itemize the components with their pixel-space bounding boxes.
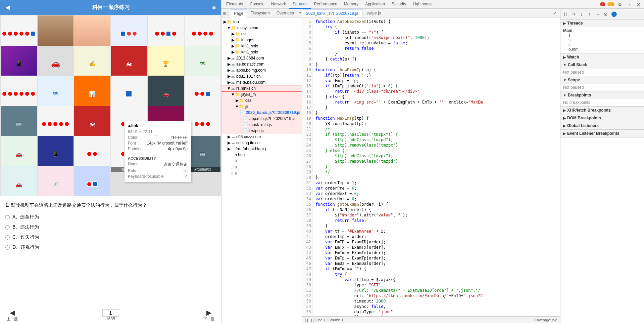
tab-sources[interactable]: Sources xyxy=(289,0,311,9)
tree-toggle[interactable]: ▶ xyxy=(227,80,231,85)
breakpoints-header[interactable]: ▼ Breakpoints xyxy=(560,91,644,99)
step-button[interactable]: → xyxy=(594,10,601,18)
tree-toggle[interactable]: ▶ xyxy=(223,19,227,24)
tree-item-swipejs[interactable]: 📄 swipe.js xyxy=(221,128,302,134)
tree-item-jsyksm[interactable]: ▼ 📁 jsyks_m xyxy=(221,91,302,97)
tree-toggle[interactable]: ▼ xyxy=(227,26,231,30)
tab-console[interactable]: Console xyxy=(246,0,268,9)
back-button[interactable]: ◀ xyxy=(5,4,10,11)
watch-header[interactable]: ▶ Watch xyxy=(560,53,644,61)
more-options-button[interactable]: ⋮ xyxy=(625,0,633,8)
tree-item-mjsyks[interactable]: ▼ 📁 m.jsyks.com xyxy=(221,25,302,31)
tree-item-bdu1[interactable]: ▶ ☁ bdu1.1017.cn xyxy=(221,73,302,79)
tree-toggle[interactable]: ▶ xyxy=(235,98,239,103)
tree-item-msitebaidu[interactable]: ▶ ☁ msite.baidu.com xyxy=(221,79,302,85)
exception-button[interactable]: 🔵 xyxy=(610,10,617,18)
page-input[interactable] xyxy=(102,309,119,317)
tree-toggle[interactable]: ▶ xyxy=(231,38,235,42)
tree-item-km1sxlx2[interactable]: ▶ 📁 km1_sxlx xyxy=(221,49,302,55)
option-c[interactable]: C、过失行为 xyxy=(5,234,216,240)
sources-tab-overrides[interactable]: Overrides xyxy=(273,9,297,17)
code-lines[interactable]: function AutoNextExam(isAuto) { try { if… xyxy=(313,17,560,316)
call-stack-header[interactable]: ▼ Call Stack xyxy=(560,61,644,69)
xhr-breakpoints-header[interactable]: ▶ XHR/fetch Breakpoints xyxy=(560,107,644,114)
sources-tab-page[interactable]: Page xyxy=(231,9,247,17)
option-b[interactable]: B、违法行为 xyxy=(5,224,216,230)
sources-tab-filesystem[interactable]: Filesystem xyxy=(247,9,273,17)
step-over-button[interactable]: ↷ xyxy=(570,10,577,18)
tree-item-js-css[interactable]: ▶ 📁 css xyxy=(221,97,302,104)
editor-expand-btn[interactable]: ⤢ xyxy=(551,10,558,16)
tree-item-maskminjs[interactable]: 📄 mask_min.js xyxy=(221,122,302,128)
tree-item-s2[interactable]: □ s xyxy=(221,164,302,170)
tree-item-appminjs[interactable]: 📄 app.min.js?t=20200719.js xyxy=(221,116,302,122)
format-btn[interactable]: { } xyxy=(305,318,308,322)
next-button[interactable]: ▶ 下一题 xyxy=(203,309,214,322)
tree-item-ifrm[interactable]: ▶ □ ifrm (about:blank) xyxy=(221,146,302,152)
tree-toggle[interactable]: ▼ xyxy=(231,92,235,97)
tree-toggle[interactable]: ▶ xyxy=(227,147,231,151)
option-d-radio[interactable] xyxy=(5,245,10,250)
grid-item[interactable]: 交通标志牌 xyxy=(74,166,110,196)
tree-toggle[interactable]: ▶ xyxy=(227,140,231,145)
tree-toggle[interactable]: ▶ xyxy=(227,74,231,79)
editor-tab-lianxi[interactable]: 2020_lianxi.js?t=20200719.js xyxy=(302,9,362,17)
tree-toggle[interactable]: ▼ xyxy=(235,104,239,109)
tree-toggle[interactable]: ▶ xyxy=(227,56,231,60)
tree-toggle[interactable]: ▶ xyxy=(227,68,231,73)
close-devtools-button[interactable]: ✕ xyxy=(635,0,643,8)
scope-header[interactable]: ▼ Scope xyxy=(560,76,644,84)
tree-item-rsmnks[interactable]: ▼ ☁ rs.mnks.cn xyxy=(221,85,302,91)
option-d[interactable]: D、违规行为 xyxy=(5,244,216,250)
tree-item-top[interactable]: ▶ 📁 top xyxy=(221,19,302,25)
option-c-radio[interactable] xyxy=(5,235,10,240)
option-a[interactable]: A、违章行为 xyxy=(5,214,216,220)
tree-toggle[interactable]: ▶ xyxy=(227,62,231,67)
menu-button[interactable]: ≡ xyxy=(212,4,216,11)
tab-performance[interactable]: Performance xyxy=(311,0,341,9)
tree-item-aebdstatic[interactable]: ▶ ☁ ae.bdstatic.com xyxy=(221,61,302,67)
grid-item[interactable]: 🚗 各种车标志 xyxy=(1,166,37,196)
event-listeners-header[interactable]: ▶ Event Listener Breakpoints xyxy=(560,130,644,137)
tree-toggle[interactable]: ▶ xyxy=(231,32,235,36)
dom-breakpoints-header[interactable]: ▶ DOM Breakpoints xyxy=(560,114,644,122)
tree-item-km1sxlx1[interactable]: ▶ 📁 km1_sxlx xyxy=(221,43,302,49)
option-b-radio[interactable] xyxy=(5,225,10,230)
settings-button[interactable]: ⚙ xyxy=(616,0,624,8)
deactivate-button[interactable]: ⊘ xyxy=(602,10,609,18)
global-listeners-header[interactable]: ▶ Global Listeners xyxy=(560,122,644,129)
threads-header[interactable]: ▶ Threads xyxy=(560,19,644,27)
step-into-button[interactable]: ↓ xyxy=(578,10,585,18)
tree-item-s3[interactable]: □ s xyxy=(221,170,302,176)
code-line: } xyxy=(315,110,557,116)
tree-item-s95cnzz[interactable]: ▶ ☁ s95.cnzz.com xyxy=(221,134,302,140)
tree-toggle[interactable]: ▶ xyxy=(227,134,231,139)
devtools-dock-icon[interactable]: ⊞ xyxy=(223,11,226,15)
tree-toggle[interactable]: ▶ xyxy=(231,44,235,48)
prev-button[interactable]: ◀ 上一题 xyxy=(7,309,18,322)
tree-item-2020lianxi[interactable]: 📄 2020_lianxi.js?t=20200719.js xyxy=(221,110,302,116)
tree-item-2013[interactable]: ▶ ☁ 2013.8684.com xyxy=(221,55,302,61)
editor-tab-swipe[interactable]: swipe.js xyxy=(362,9,385,17)
tab-lighthouse[interactable]: Lighthouse xyxy=(409,0,436,9)
tree-item-label: top xyxy=(233,19,239,24)
grid-item[interactable]: 💉 抽脂一般多少钱 xyxy=(38,166,74,196)
tree-item-s1[interactable]: □ s xyxy=(221,158,302,164)
tree-item-appsbdimg[interactable]: ▶ ☁ apps.bdimg.com xyxy=(221,67,302,73)
tab-memory[interactable]: Memory xyxy=(341,0,362,9)
step-out-button[interactable]: ↑ xyxy=(586,10,593,18)
tree-toggle[interactable]: ▶ xyxy=(231,50,235,54)
option-a-radio[interactable] xyxy=(5,215,10,219)
tab-application[interactable]: Application xyxy=(362,0,388,9)
tab-network[interactable]: Network xyxy=(268,0,289,9)
tree-item-css[interactable]: ▶ 📁 css xyxy=(221,31,302,37)
devtools-undock-icon[interactable]: □ xyxy=(227,11,229,15)
tree-item-js[interactable]: ▼ 📁 js xyxy=(221,104,302,110)
tree-item-ohtm[interactable]: □ o.htm xyxy=(221,152,302,158)
tab-security[interactable]: Security xyxy=(388,0,409,9)
tree-item-images[interactable]: ▶ 📁 images xyxy=(221,37,302,43)
tab-elements[interactable]: Elements xyxy=(223,0,246,9)
tree-item-sucimg[interactable]: ▶ ☁ sucimg.itc.cn xyxy=(221,140,302,146)
tree-toggle[interactable]: ▼ xyxy=(227,86,231,91)
pause-button[interactable]: ⏸ xyxy=(562,10,569,18)
